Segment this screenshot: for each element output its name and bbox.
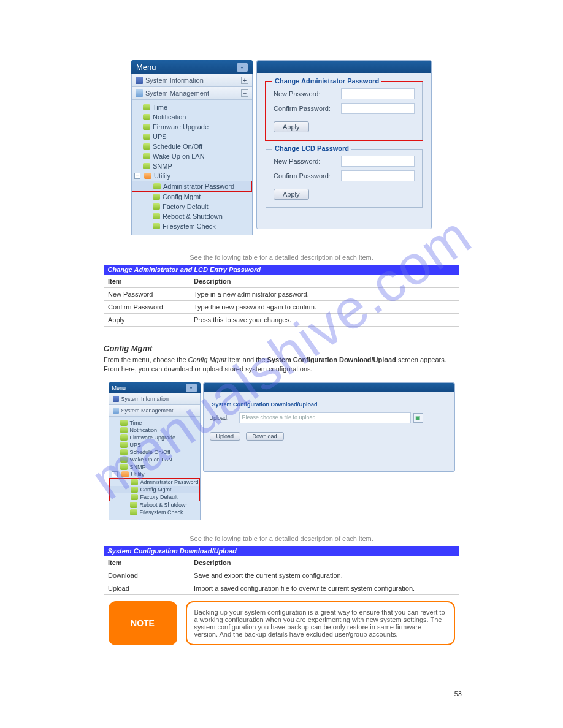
input-confirm-password[interactable] [341, 170, 415, 181]
panel-legend: Change LCD Password [272, 145, 351, 152]
input-new-password[interactable] [341, 156, 415, 167]
cube-icon [120, 442, 128, 448]
nav-notification[interactable]: Notification [109, 427, 200, 434]
menu-header: Menu « [131, 60, 253, 74]
cube-icon [130, 502, 137, 508]
cube-icon [143, 153, 150, 159]
cube-icon [153, 223, 160, 229]
cube-icon [153, 203, 160, 210]
page-number: 53 [454, 690, 462, 697]
nav-notification[interactable]: Notification [132, 112, 252, 122]
cube-icon [131, 479, 138, 485]
nav-utility[interactable]: −Utility [109, 471, 200, 478]
change-admin-password-panel: Change Administrator Password New Passwo… [266, 82, 423, 140]
menu-header: Menu « [109, 382, 201, 393]
section-system-mgmt[interactable]: System Management [109, 405, 200, 417]
nav-schedule[interactable]: Schedule On/Off [132, 142, 252, 151]
menu-title: Menu [136, 63, 156, 72]
nav-ups[interactable]: UPS [132, 132, 252, 142]
cube-icon [121, 471, 129, 477]
table-cell: Item [104, 556, 190, 569]
section-system-info[interactable]: System Information + [132, 74, 252, 87]
collapse-icon[interactable]: « [237, 63, 248, 72]
apply-button[interactable]: Apply [274, 189, 309, 200]
input-new-password[interactable] [341, 88, 415, 99]
minus-icon[interactable]: − [134, 173, 140, 179]
cube-icon [120, 420, 128, 426]
browse-icon[interactable]: ▣ [413, 413, 423, 423]
table-caption: See the following table for a detailed d… [0, 254, 563, 261]
table-cell: New Password [104, 288, 190, 301]
tools-icon [113, 408, 119, 414]
collapse-minus-icon[interactable]: − [241, 89, 248, 97]
input-confirm-password[interactable] [341, 103, 415, 114]
download-button[interactable]: Download [246, 432, 284, 441]
cube-icon [143, 104, 150, 110]
note-text: Backing up your system configuration is … [186, 601, 455, 645]
nav-fsck[interactable]: Filesystem Check [132, 221, 252, 231]
tools-icon [136, 89, 143, 97]
cube-icon [131, 494, 138, 500]
nav-utility[interactable]: −Utility [132, 171, 252, 181]
label-confirm-password: Confirm Password: [274, 105, 341, 112]
cube-icon [143, 124, 150, 130]
apply-button[interactable]: Apply [274, 121, 309, 132]
change-lcd-password-panel: Change LCD Password New Password: Confir… [266, 149, 423, 208]
cube-icon [153, 194, 160, 200]
nav-reboot[interactable]: Reboot & Shutdown [132, 211, 252, 221]
cube-icon [131, 487, 138, 493]
table-cell: Type in a new administrator password. [190, 288, 459, 301]
panel-legend: Change Administrator Password [272, 77, 381, 85]
cube-icon [120, 457, 128, 463]
panel-legend: System Configuration Download/Upload [210, 401, 448, 408]
cube-icon [143, 114, 150, 120]
expand-icon[interactable]: + [241, 77, 248, 84]
book-icon [136, 77, 143, 84]
upload-button[interactable]: Upload [210, 432, 241, 441]
nav-firmware[interactable]: Firmware Upgrade [132, 122, 252, 132]
input-upload-file[interactable]: Please choose a file to upload. [239, 412, 411, 423]
nav-tree: Time Notification Firmware Upgrade UPS S… [132, 100, 252, 235]
table-cell: Apply [104, 314, 190, 327]
cube-icon [143, 143, 150, 150]
minus-icon[interactable]: − [112, 471, 118, 477]
section-system-info[interactable]: System Information [109, 393, 200, 405]
cube-icon [120, 464, 128, 470]
nav-admin-password[interactable]: Administrator Password [132, 181, 252, 192]
nav-reboot[interactable]: Reboot & Shutdown [109, 501, 200, 509]
table-header: System Configuration Download/Upload [104, 546, 459, 556]
menu-title: Menu [112, 385, 126, 391]
admin-password-table: Change Administrator and LCD Entry Passw… [104, 265, 459, 327]
nav-schedule[interactable]: Schedule On/Off [109, 449, 200, 456]
nav-wol[interactable]: Wake Up on LAN [132, 151, 252, 161]
cube-icon [153, 213, 160, 219]
section-title: Config Mgmt [104, 344, 459, 353]
collapse-icon[interactable]: « [186, 384, 197, 392]
section-system-mgmt[interactable]: System Management − [132, 87, 252, 100]
table-cell: Description [190, 556, 459, 569]
table-cell: Confirm Password [104, 301, 190, 314]
table-cell: Import a saved configuration file to ove… [190, 582, 459, 594]
table-cell: Item [104, 275, 190, 288]
nav-config-mgmt[interactable]: Config Mgmt [132, 192, 252, 202]
nav-fsck[interactable]: Filesystem Check [109, 509, 200, 516]
nav-firmware[interactable]: Firmware Upgrade [109, 434, 200, 441]
nav-factory-default[interactable]: Factory Default [132, 202, 252, 211]
cube-icon [130, 509, 137, 515]
table-cell: Type the new password again to confirm. [190, 301, 459, 314]
nav-ups[interactable]: UPS [109, 441, 200, 449]
table-cell: Press this to save your changes. [190, 314, 459, 327]
table-cell: Upload [104, 582, 190, 594]
nav-time[interactable]: Time [132, 102, 252, 112]
nav-snmp[interactable]: SNMP [132, 161, 252, 171]
nav-wol[interactable]: Wake Up on LAN [109, 456, 200, 463]
nav-snmp[interactable]: SNMP [109, 463, 200, 471]
nav-time[interactable]: Time [109, 419, 200, 427]
cube-icon [120, 434, 128, 441]
content-header [204, 383, 454, 392]
nav-admin-password[interactable]: Administrator Password [109, 478, 200, 486]
nav-factory-default[interactable]: Factory Default [109, 493, 200, 501]
nav-config-mgmt[interactable]: Config Mgmt [109, 486, 200, 493]
label-confirm-password: Confirm Password: [274, 172, 341, 180]
note-label: NOTE [109, 601, 177, 645]
